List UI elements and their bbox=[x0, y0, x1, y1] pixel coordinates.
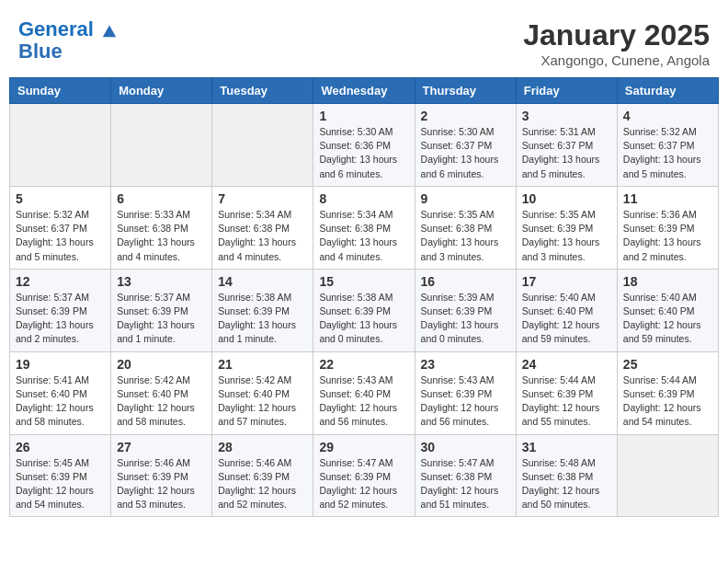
day-number: 9 bbox=[421, 191, 510, 206]
weekday-header-saturday: Saturday bbox=[617, 78, 718, 104]
calendar-week-2: 5Sunrise: 5:32 AM Sunset: 6:37 PM Daylig… bbox=[10, 186, 719, 269]
day-number: 8 bbox=[319, 191, 408, 206]
day-detail: Sunrise: 5:30 AM Sunset: 6:36 PM Dayligh… bbox=[319, 125, 408, 181]
day-detail: Sunrise: 5:45 AM Sunset: 6:39 PM Dayligh… bbox=[16, 456, 105, 512]
day-detail: Sunrise: 5:37 AM Sunset: 6:39 PM Dayligh… bbox=[117, 291, 206, 347]
logo-line2: Blue bbox=[18, 40, 118, 63]
calendar-cell: 19Sunrise: 5:41 AM Sunset: 6:40 PM Dayli… bbox=[10, 351, 111, 434]
calendar-cell: 5Sunrise: 5:32 AM Sunset: 6:37 PM Daylig… bbox=[10, 186, 111, 269]
day-detail: Sunrise: 5:37 AM Sunset: 6:39 PM Dayligh… bbox=[16, 291, 105, 347]
calendar-cell: 17Sunrise: 5:40 AM Sunset: 6:40 PM Dayli… bbox=[516, 269, 617, 351]
day-number: 23 bbox=[421, 357, 510, 372]
day-number: 7 bbox=[218, 191, 307, 206]
weekday-header-thursday: Thursday bbox=[415, 78, 516, 104]
calendar-header: SundayMondayTuesdayWednesdayThursdayFrid… bbox=[10, 78, 719, 104]
calendar-cell: 27Sunrise: 5:46 AM Sunset: 6:39 PM Dayli… bbox=[111, 434, 212, 517]
weekday-header-tuesday: Tuesday bbox=[212, 78, 313, 104]
day-number: 31 bbox=[522, 440, 611, 454]
day-number: 26 bbox=[16, 440, 105, 454]
day-number: 5 bbox=[16, 191, 105, 206]
weekday-header-wednesday: Wednesday bbox=[313, 78, 415, 104]
day-number: 29 bbox=[319, 440, 408, 454]
calendar-cell: 7Sunrise: 5:34 AM Sunset: 6:38 PM Daylig… bbox=[212, 186, 313, 269]
day-number: 30 bbox=[421, 440, 510, 454]
day-detail: Sunrise: 5:32 AM Sunset: 6:37 PM Dayligh… bbox=[623, 125, 712, 181]
calendar-cell bbox=[617, 434, 718, 517]
calendar-cell: 15Sunrise: 5:38 AM Sunset: 6:39 PM Dayli… bbox=[313, 269, 415, 351]
day-number: 11 bbox=[623, 191, 712, 206]
day-number: 14 bbox=[218, 274, 307, 289]
day-number: 12 bbox=[16, 274, 105, 289]
calendar-cell: 24Sunrise: 5:44 AM Sunset: 6:39 PM Dayli… bbox=[516, 351, 617, 434]
day-number: 20 bbox=[117, 357, 206, 372]
day-detail: Sunrise: 5:35 AM Sunset: 6:38 PM Dayligh… bbox=[421, 208, 510, 264]
day-detail: Sunrise: 5:34 AM Sunset: 6:38 PM Dayligh… bbox=[218, 208, 307, 264]
day-detail: Sunrise: 5:47 AM Sunset: 6:39 PM Dayligh… bbox=[319, 456, 408, 512]
day-number: 28 bbox=[218, 440, 307, 454]
day-number: 22 bbox=[319, 357, 408, 372]
calendar-cell: 4Sunrise: 5:32 AM Sunset: 6:37 PM Daylig… bbox=[617, 104, 718, 187]
calendar-cell: 1Sunrise: 5:30 AM Sunset: 6:36 PM Daylig… bbox=[313, 104, 415, 187]
day-number: 21 bbox=[218, 357, 307, 372]
day-detail: Sunrise: 5:36 AM Sunset: 6:39 PM Dayligh… bbox=[623, 208, 712, 264]
day-detail: Sunrise: 5:38 AM Sunset: 6:39 PM Dayligh… bbox=[319, 291, 408, 347]
day-detail: Sunrise: 5:40 AM Sunset: 6:40 PM Dayligh… bbox=[522, 291, 611, 347]
day-detail: Sunrise: 5:42 AM Sunset: 6:40 PM Dayligh… bbox=[218, 373, 307, 430]
calendar-cell: 13Sunrise: 5:37 AM Sunset: 6:39 PM Dayli… bbox=[111, 269, 212, 351]
calendar-cell: 22Sunrise: 5:43 AM Sunset: 6:40 PM Dayli… bbox=[313, 351, 415, 434]
calendar-week-5: 26Sunrise: 5:45 AM Sunset: 6:39 PM Dayli… bbox=[10, 434, 719, 517]
calendar-cell: 21Sunrise: 5:42 AM Sunset: 6:40 PM Dayli… bbox=[212, 351, 313, 434]
day-detail: Sunrise: 5:33 AM Sunset: 6:38 PM Dayligh… bbox=[117, 208, 206, 264]
calendar-cell: 9Sunrise: 5:35 AM Sunset: 6:38 PM Daylig… bbox=[415, 186, 516, 269]
day-detail: Sunrise: 5:43 AM Sunset: 6:40 PM Dayligh… bbox=[319, 373, 408, 430]
day-detail: Sunrise: 5:31 AM Sunset: 6:37 PM Dayligh… bbox=[522, 125, 611, 181]
calendar-cell: 2Sunrise: 5:30 AM Sunset: 6:37 PM Daylig… bbox=[415, 104, 516, 187]
calendar-cell: 14Sunrise: 5:38 AM Sunset: 6:39 PM Dayli… bbox=[212, 269, 313, 351]
calendar-week-1: 1Sunrise: 5:30 AM Sunset: 6:36 PM Daylig… bbox=[10, 104, 719, 187]
day-number: 27 bbox=[117, 440, 206, 454]
day-number: 25 bbox=[623, 357, 712, 372]
day-number: 2 bbox=[421, 109, 510, 123]
weekday-header-friday: Friday bbox=[516, 78, 617, 104]
calendar-cell bbox=[212, 104, 313, 187]
calendar-cell: 8Sunrise: 5:34 AM Sunset: 6:38 PM Daylig… bbox=[313, 186, 415, 269]
day-detail: Sunrise: 5:40 AM Sunset: 6:40 PM Dayligh… bbox=[623, 291, 712, 347]
calendar-week-4: 19Sunrise: 5:41 AM Sunset: 6:40 PM Dayli… bbox=[10, 351, 719, 434]
day-detail: Sunrise: 5:46 AM Sunset: 6:39 PM Dayligh… bbox=[218, 456, 307, 512]
calendar-cell: 3Sunrise: 5:31 AM Sunset: 6:37 PM Daylig… bbox=[516, 104, 617, 187]
title-block: January 2025 Xangongo, Cunene, Angola bbox=[523, 18, 710, 68]
day-number: 18 bbox=[623, 274, 712, 289]
day-detail: Sunrise: 5:32 AM Sunset: 6:37 PM Dayligh… bbox=[16, 208, 105, 264]
calendar-cell: 30Sunrise: 5:47 AM Sunset: 6:38 PM Dayli… bbox=[415, 434, 516, 517]
location: Xangongo, Cunene, Angola bbox=[523, 52, 710, 68]
day-detail: Sunrise: 5:35 AM Sunset: 6:39 PM Dayligh… bbox=[522, 208, 611, 264]
logo: General Blue bbox=[18, 18, 118, 63]
calendar-week-3: 12Sunrise: 5:37 AM Sunset: 6:39 PM Dayli… bbox=[10, 269, 719, 351]
calendar-cell: 20Sunrise: 5:42 AM Sunset: 6:40 PM Dayli… bbox=[111, 351, 212, 434]
calendar-cell: 25Sunrise: 5:44 AM Sunset: 6:39 PM Dayli… bbox=[617, 351, 718, 434]
weekday-header-monday: Monday bbox=[111, 78, 212, 104]
day-detail: Sunrise: 5:43 AM Sunset: 6:39 PM Dayligh… bbox=[421, 373, 510, 430]
day-number: 19 bbox=[16, 357, 105, 372]
day-number: 17 bbox=[522, 274, 611, 289]
day-number: 16 bbox=[421, 274, 510, 289]
logo-text: General bbox=[18, 18, 118, 40]
day-number: 6 bbox=[117, 191, 206, 206]
day-detail: Sunrise: 5:48 AM Sunset: 6:38 PM Dayligh… bbox=[522, 456, 611, 512]
day-detail: Sunrise: 5:44 AM Sunset: 6:39 PM Dayligh… bbox=[623, 373, 712, 430]
day-detail: Sunrise: 5:39 AM Sunset: 6:39 PM Dayligh… bbox=[421, 291, 510, 347]
day-detail: Sunrise: 5:41 AM Sunset: 6:40 PM Dayligh… bbox=[16, 373, 105, 430]
day-number: 3 bbox=[522, 109, 611, 123]
svg-marker-0 bbox=[103, 26, 116, 38]
day-detail: Sunrise: 5:34 AM Sunset: 6:38 PM Dayligh… bbox=[319, 208, 408, 264]
calendar-table: SundayMondayTuesdayWednesdayThursdayFrid… bbox=[9, 77, 719, 517]
calendar-cell: 11Sunrise: 5:36 AM Sunset: 6:39 PM Dayli… bbox=[617, 186, 718, 269]
day-number: 4 bbox=[623, 109, 712, 123]
day-number: 1 bbox=[319, 109, 408, 123]
day-detail: Sunrise: 5:42 AM Sunset: 6:40 PM Dayligh… bbox=[117, 373, 206, 430]
day-detail: Sunrise: 5:30 AM Sunset: 6:37 PM Dayligh… bbox=[421, 125, 510, 181]
weekday-header-sunday: Sunday bbox=[10, 78, 111, 104]
day-detail: Sunrise: 5:38 AM Sunset: 6:39 PM Dayligh… bbox=[218, 291, 307, 347]
calendar-cell: 26Sunrise: 5:45 AM Sunset: 6:39 PM Dayli… bbox=[10, 434, 111, 517]
day-number: 13 bbox=[117, 274, 206, 289]
